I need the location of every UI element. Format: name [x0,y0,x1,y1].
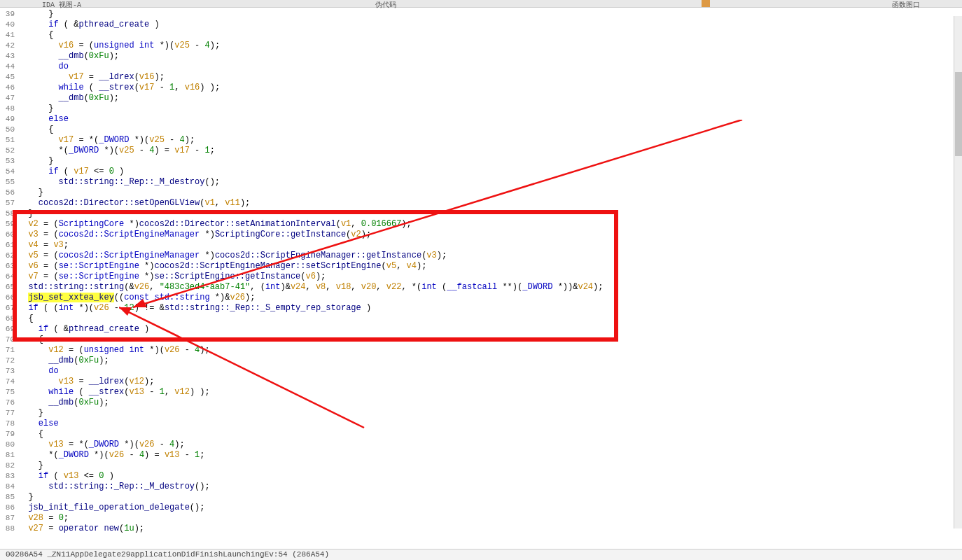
code-line[interactable]: v4 = v3; [18,240,954,251]
code-line[interactable]: if ( &pthread_create ) [18,324,954,335]
code-line[interactable]: do [18,62,954,72]
code-line[interactable]: { [18,335,954,345]
code-line[interactable]: v17 = __ldrex(v16); [18,72,954,83]
code-line[interactable]: v13 = *(_DWORD *)(v26 - 4); [18,440,954,450]
code-line[interactable]: __dmb(0xFu); [18,356,954,366]
line-number: 54 [0,167,17,177]
code-line[interactable]: __dmb(0xFu); [18,398,954,408]
code-viewport: 3940414243444546474849505152535455565758… [0,8,962,540]
line-number: 43 [0,51,17,62]
code-line[interactable]: } [18,408,954,419]
code-line[interactable]: else [18,419,954,429]
line-number: 44 [0,62,17,72]
line-number: 57 [0,198,17,209]
line-number: 46 [0,83,17,93]
code-line[interactable]: jsb_set_xxtea_key((const std::string *)&… [18,293,954,303]
code-line[interactable]: v7 = (se::ScriptEngine *)se::ScriptEngin… [18,272,954,282]
code-line[interactable]: *(_DWORD *)(v26 - 4) = v13 - 1; [18,450,954,461]
line-number: 75 [0,387,17,398]
line-number: 80 [0,440,17,450]
window-tabbar: IDA 视图-A 伪代码 函数图口 [0,0,962,8]
code-line[interactable]: { [18,429,954,440]
code-area[interactable]: } if ( &pthread_create ) { v16 = (unsign… [18,9,954,534]
code-line[interactable]: else [18,114,954,125]
status-bar: 00286A54 _ZN11AppDelegate29applicationDi… [0,549,962,560]
code-line[interactable]: } [18,9,954,20]
line-number: 70 [0,335,17,345]
code-line[interactable]: if ( (int *)(v26 - 12) != &std::string::… [18,303,954,314]
line-number: 74 [0,377,17,387]
code-line[interactable]: } [18,104,954,114]
line-number: 73 [0,366,17,377]
code-line[interactable]: v6 = (se::ScriptEngine *)cocos2d::Script… [18,261,954,272]
line-number: 83 [0,471,17,482]
line-number: 65 [0,282,17,293]
line-gutter: 3940414243444546474849505152535455565758… [0,8,17,534]
code-line[interactable]: v17 = *(_DWORD *)(v25 - 4); [18,135,954,146]
line-number: 84 [0,482,17,492]
line-number: 88 [0,524,17,534]
code-line[interactable]: } [18,156,954,167]
code-line[interactable]: if ( v17 <= 0 ) [18,167,954,177]
code-line[interactable]: { [18,125,954,135]
code-line[interactable]: v27 = operator new(1u); [18,524,954,534]
line-number: 55 [0,177,17,188]
line-number: 49 [0,114,17,125]
code-line[interactable]: v16 = (unsigned int *)(v25 - 4); [18,41,954,51]
code-line[interactable]: __dmb(0xFu); [18,93,954,104]
line-number: 86 [0,503,17,513]
scrollbar-thumb[interactable] [955,72,962,156]
line-number: 77 [0,408,17,419]
line-number: 87 [0,513,17,524]
line-number: 60 [0,230,17,240]
line-number: 56 [0,188,17,198]
code-line[interactable]: if ( v13 <= 0 ) [18,471,954,482]
line-number: 68 [0,314,17,324]
line-number: 48 [0,104,17,114]
tab-funcgraph[interactable]: 函数图口 [850,0,962,7]
line-number: 63 [0,261,17,272]
code-line[interactable]: v13 = __ldrex(v12); [18,377,954,387]
line-number: 53 [0,156,17,167]
vertical-scrollbar[interactable] [954,16,962,528]
tab-pseudo[interactable]: 伪代码 [333,0,438,7]
code-line[interactable]: jsb_init_file_operation_delegate(); [18,503,954,513]
line-number: 50 [0,125,17,135]
code-line[interactable]: std::string::_Rep::_M_destroy(); [18,177,954,188]
line-number: 67 [0,303,17,314]
code-line[interactable]: std::string::_Rep::_M_destroy(); [18,482,954,492]
line-number: 47 [0,93,17,104]
close-icon[interactable] [702,0,710,7]
code-line[interactable]: while ( __strex(v17 - 1, v16) ); [18,83,954,93]
code-line[interactable]: std::string::string(&v26, "483c3ed4-aab7… [18,282,954,293]
code-line[interactable]: cocos2d::Director::setOpenGLView(v1, v11… [18,198,954,209]
code-line[interactable]: } [18,188,954,198]
code-line[interactable]: { [18,314,954,324]
code-line[interactable]: v5 = (cocos2d::ScriptEngineManager *)coc… [18,251,954,261]
code-line[interactable]: v28 = 0; [18,513,954,524]
code-line[interactable]: } [18,492,954,503]
tab-ida-view[interactable]: IDA 视图-A [0,0,123,7]
code-line[interactable]: } [18,209,954,219]
code-line[interactable]: while ( __strex(v13 - 1, v12) ); [18,387,954,398]
code-line[interactable]: v2 = (ScriptingCore *)cocos2d::Director:… [18,219,954,230]
line-number: 59 [0,219,17,230]
line-number: 69 [0,324,17,335]
code-line[interactable]: v3 = (cocos2d::ScriptEngineManager *)Scr… [18,230,954,240]
line-number: 45 [0,72,17,83]
code-line[interactable]: if ( &pthread_create ) [18,20,954,30]
line-number: 82 [0,461,17,471]
line-number: 64 [0,272,17,282]
line-number: 52 [0,146,17,156]
code-line[interactable]: } [18,461,954,471]
code-line[interactable]: { [18,30,954,41]
line-number: 85 [0,492,17,503]
line-number: 71 [0,345,17,356]
code-line[interactable]: do [18,366,954,377]
line-number: 39 [0,9,17,20]
code-line[interactable]: __dmb(0xFu); [18,51,954,62]
code-line[interactable]: *(_DWORD *)(v25 - 4) = v17 - 1; [18,146,954,156]
line-number: 79 [0,429,17,440]
line-number: 72 [0,356,17,366]
code-line[interactable]: v12 = (unsigned int *)(v26 - 4); [18,345,954,356]
